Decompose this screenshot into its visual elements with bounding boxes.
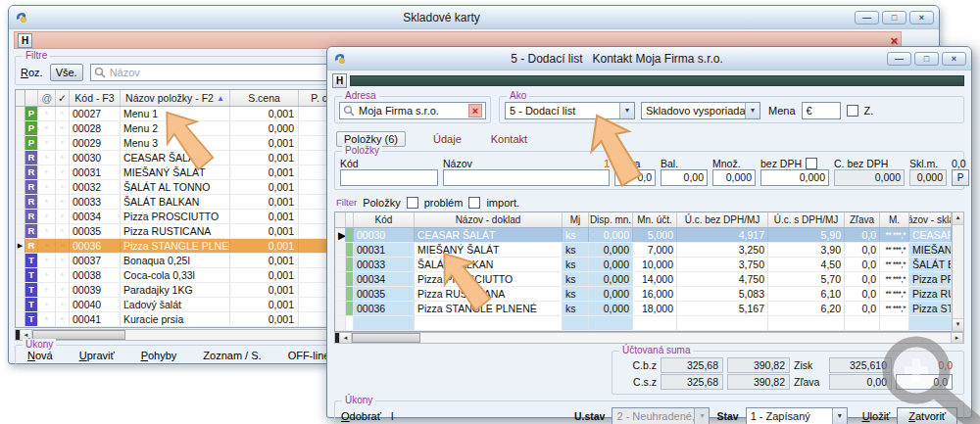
cell-zlava <box>845 316 880 330</box>
action-zoznam-s-[interactable]: Zoznam / S. <box>203 350 261 361</box>
action-nov-[interactable]: Nová <box>27 350 53 361</box>
chevron-down-icon[interactable]: ▾ <box>619 103 634 118</box>
problem-checkbox[interactable] <box>407 197 418 209</box>
field-input[interactable] <box>340 169 438 186</box>
delivery-item-row[interactable]: 00033ŠALÁT BALKANks0,00010,0003,7504,500… <box>335 258 952 272</box>
red-x-close-filter-button[interactable]: × <box>890 34 898 47</box>
action-off-line[interactable]: OFF-line <box>288 350 330 361</box>
scroll-up-button[interactable]: ▴ <box>953 212 963 225</box>
mena-label: Mena <box>768 105 796 117</box>
cell-nazov: Pizza PROSCIUTTO <box>121 210 230 223</box>
delivery-item-row[interactable]: 00031MIEŠANÝ ŠALÁTks0,0007,0003,2503,900… <box>335 243 952 258</box>
field-input[interactable]: 0,00 <box>661 169 708 186</box>
titlebar[interactable]: Skladové karty — □ × <box>9 6 939 29</box>
nazov-column-header[interactable]: Názov položky - F2▲ <box>121 90 230 106</box>
h-button[interactable]: H <box>18 33 32 48</box>
z-checkbox[interactable] <box>847 105 858 117</box>
uc-bez-dph-column-header[interactable]: Ú.c. bez DPH/MJ <box>677 212 768 227</box>
cell-disp-mn: 0,000 <box>589 228 633 242</box>
field-input[interactable]: 0,000 <box>760 169 829 186</box>
delivery-item-row[interactable]: ▶00030CEASAR ŠALÁTks0,0005,0004,9175,900… <box>335 228 952 243</box>
vertical-scrollbar[interactable]: ▴ ▾ <box>952 212 964 332</box>
clear-adresa-button[interactable]: × <box>468 104 482 118</box>
zlava-column-header[interactable]: Zľava <box>845 212 880 227</box>
h-button[interactable]: H <box>332 73 347 88</box>
m-column-header[interactable]: M. <box>880 212 909 227</box>
close-button[interactable]: × <box>909 11 934 24</box>
stav-select[interactable]: 1 - Zapísaný ▾ <box>746 407 848 424</box>
kod-column-header[interactable]: Kód <box>354 212 415 227</box>
tab--daje[interactable]: Údaje <box>431 132 464 146</box>
action-pohyby[interactable]: Pohyby <box>141 350 177 361</box>
field-input[interactable]: 0,000 <box>712 169 756 186</box>
type-badge: P <box>25 136 38 150</box>
disp-mn-column-header[interactable]: Disp. mn. <box>589 212 633 227</box>
kod-column-header[interactable]: Kód - F3 <box>70 90 121 106</box>
cell-kod: 00034 <box>70 210 121 223</box>
minimize-button[interactable]: — <box>887 52 911 66</box>
right-horizontal-scrollbar[interactable]: ◂ ▸ <box>334 332 964 344</box>
delivery-item-row[interactable]: 00034Pizza PROSCIUTTOks0,00014,0004,7505… <box>335 272 952 287</box>
maximize-button[interactable]: □ <box>914 52 939 66</box>
field-input[interactable]: 0,0 <box>614 169 656 186</box>
import-checkbox[interactable] <box>468 197 480 209</box>
row-selector <box>16 165 25 179</box>
vse-button[interactable]: Vše. <box>50 64 83 81</box>
adresa-input[interactable]: Moja Firma s.r.o. × <box>339 102 486 119</box>
scena-column-header[interactable]: S.cena <box>230 90 299 106</box>
delivery-item-row[interactable]: 00035Pizza RUSTICANAks0,00016,0005,0836,… <box>335 287 952 302</box>
odobrat-link[interactable]: Odobrať <box>341 410 381 422</box>
empty-row <box>335 316 952 331</box>
cell-mj: ks <box>563 272 589 286</box>
zlava-input[interactable]: 0,0 <box>896 374 953 390</box>
close-button[interactable]: × <box>942 52 966 66</box>
mena-input[interactable]: € <box>802 102 841 119</box>
ako-select[interactable]: 5 - Dodací list ▾ <box>505 102 635 119</box>
chevron-down-icon[interactable]: ▾ <box>745 103 760 118</box>
roz-link[interactable]: Roz. <box>21 67 43 78</box>
tab-kontakt[interactable]: Kontakt <box>489 132 529 146</box>
ulozit-link[interactable]: Uložiť <box>862 410 891 422</box>
cell-kod: 00037 <box>70 254 121 267</box>
row-selector <box>16 136 25 150</box>
suma-label: C.s.z <box>617 376 657 388</box>
type-badge: T <box>25 268 38 282</box>
scrollbar-track[interactable] <box>953 225 963 318</box>
ustav-select: 2 - Neuhradené, be: ▾ <box>612 407 710 424</box>
bez-dph-checkbox[interactable] <box>806 158 817 169</box>
titlebar[interactable]: 5 - Dodací list Kontakt Moja Firma s.r.o… <box>327 47 971 71</box>
scrollbar-track[interactable] <box>420 333 951 343</box>
adresa-group: Adresa Moja Firma s.r.o. × <box>334 96 491 123</box>
nazov-doklad-column-header[interactable]: Názov - doklad <box>415 212 563 227</box>
delivery-item-row[interactable]: 00036Pizza STANGLE PLNENÉks0,00018,0005,… <box>335 302 952 316</box>
minimize-button[interactable]: — <box>855 11 879 24</box>
scroll-right-button[interactable]: ▸ <box>951 333 963 343</box>
action-upravi-[interactable]: Upraviť <box>79 350 115 361</box>
uc-s-dph-column-header[interactable]: Ú.c. s DPH/MJ <box>768 212 845 227</box>
zatvorit-button[interactable]: Zatvoriť <box>897 407 957 424</box>
chevron-down-icon[interactable]: ▾ <box>832 408 847 424</box>
field-input[interactable]: 0,000 <box>909 169 947 186</box>
check-dot: ◦ <box>56 107 70 120</box>
field-input[interactable] <box>443 169 610 186</box>
attachment-dot: ◦ <box>38 121 56 135</box>
cell-scena: 0,001 <box>230 151 299 165</box>
mn-uct-column-header[interactable]: Mn. účt. <box>633 212 677 227</box>
cell-mj: ks <box>563 258 589 271</box>
scroll-left-button[interactable]: ◂ <box>339 333 352 343</box>
vysporiadanie-select[interactable]: Skladovo vysporiadať ▾ <box>641 102 760 119</box>
field-label: bez DPH <box>760 158 802 169</box>
scroll-down-button[interactable]: ▾ <box>953 318 963 331</box>
check-dot: ◦ <box>56 298 70 311</box>
attachment-dot: ◦ <box>38 195 56 209</box>
ustav-selected-value: 2 - Neuhradené, be: <box>612 408 694 424</box>
field-input[interactable]: 0,000 <box>834 169 905 186</box>
app-icon <box>332 51 347 66</box>
scrollbar-thumb[interactable] <box>352 333 420 343</box>
maximize-button[interactable]: □ <box>882 11 906 24</box>
p-button[interactable]: P <box>952 169 969 186</box>
mj-column-header[interactable]: Mj <box>563 212 589 227</box>
nazov-sklad-column-header[interactable]: Názov - sklad <box>909 212 952 227</box>
suma-value: 325,68 <box>661 374 723 390</box>
cell-kod: 00030 <box>354 228 415 242</box>
